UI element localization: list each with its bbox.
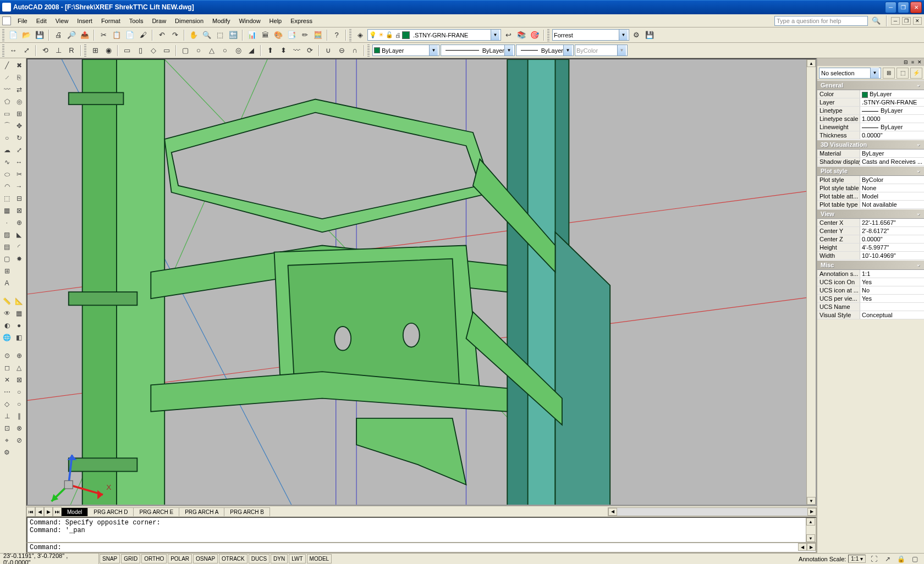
- prop-value-shadow[interactable]: Casts and Receives ...: [860, 158, 924, 165]
- snap-tangent-icon[interactable]: ○: [13, 398, 25, 410]
- solid-cylinder-icon[interactable]: ○: [193, 45, 205, 57]
- polyline-icon[interactable]: 〰: [1, 84, 13, 95]
- intersect-icon[interactable]: ∩: [349, 45, 361, 57]
- section-plot-style[interactable]: Plot style⌄: [817, 166, 924, 176]
- copy-object-icon[interactable]: ⎘: [13, 71, 25, 83]
- prop-value-linetype[interactable]: ByLayer: [860, 107, 924, 114]
- ellipse-arc-icon[interactable]: ◠: [1, 180, 13, 192]
- menu-express[interactable]: Express: [286, 16, 317, 26]
- properties-icon[interactable]: 📊: [246, 29, 258, 41]
- dropdown-arrow-icon[interactable]: ▼: [619, 30, 628, 40]
- dim-style-icon[interactable]: 📐: [13, 295, 25, 307]
- snap-toggle[interactable]: SNAP: [100, 554, 120, 563]
- dim-aligned-icon[interactable]: ⤢: [20, 45, 32, 57]
- 3dorbit-icon[interactable]: ◉: [102, 45, 114, 57]
- tool-palettes-icon[interactable]: 🎨: [272, 29, 284, 41]
- prop-value-ltscale[interactable]: 1.0000: [860, 115, 924, 123]
- snap-perpendicular-icon[interactable]: ⊥: [1, 410, 13, 422]
- color-dropdown[interactable]: ByLayer ▼: [372, 45, 439, 56]
- zoom-realtime-icon[interactable]: 🔍: [201, 29, 213, 41]
- dim-ordinate-icon[interactable]: ⊥: [52, 45, 64, 57]
- layer-props-icon[interactable]: ◈: [354, 29, 366, 41]
- selection-dropdown[interactable]: No selection ▼: [819, 68, 881, 79]
- menu-modify[interactable]: Modify: [208, 16, 234, 26]
- snap-nearest-icon[interactable]: ⌖: [1, 434, 13, 446]
- render-crop-icon[interactable]: ◧: [13, 331, 25, 343]
- tab-prev-button[interactable]: ◀: [35, 507, 44, 517]
- layout-tab[interactable]: PRG ARCH A: [179, 507, 224, 516]
- horizontal-scrollbar[interactable]: ◀ ▶: [608, 507, 817, 516]
- hide-icon[interactable]: ◐: [1, 319, 13, 331]
- zoom-window-icon[interactable]: ⬚: [214, 29, 226, 41]
- construction-line-icon[interactable]: ⟋: [1, 71, 13, 83]
- toolbar-grip[interactable]: [84, 45, 86, 57]
- solid-wedge-icon[interactable]: ◢: [245, 45, 257, 57]
- zoom-previous-icon[interactable]: 🔙: [227, 29, 239, 41]
- menu-edit[interactable]: Edit: [32, 16, 51, 26]
- dim-arc-icon[interactable]: ⟲: [39, 45, 51, 57]
- prop-value-material[interactable]: ByLayer: [860, 150, 924, 157]
- visual-style-manager-icon[interactable]: ⚙: [630, 29, 642, 41]
- dropdown-arrow-icon[interactable]: ▼: [617, 45, 626, 56]
- rotate-icon[interactable]: ↻: [13, 132, 25, 143]
- snap-insert-icon[interactable]: ⊡: [1, 422, 13, 434]
- open-icon[interactable]: 📂: [20, 29, 32, 41]
- redo-icon[interactable]: ↷: [169, 29, 181, 41]
- plot-icon[interactable]: 🖨: [52, 29, 64, 41]
- revolve-icon[interactable]: ⟳: [304, 45, 316, 57]
- prop-value-plottableatt[interactable]: Model: [860, 192, 924, 200]
- help-search-input[interactable]: [774, 16, 868, 26]
- prop-value-thickness[interactable]: 0.0000": [860, 131, 924, 139]
- calculator-icon[interactable]: 🧮: [312, 29, 324, 41]
- dim-radius-icon[interactable]: R: [65, 45, 78, 57]
- dropdown-arrow-icon[interactable]: ▼: [870, 68, 879, 78]
- presspull-icon[interactable]: ⬍: [277, 45, 289, 57]
- polygon-icon[interactable]: ⬠: [1, 96, 13, 107]
- erase-icon[interactable]: ✖: [13, 59, 25, 71]
- tab-last-button[interactable]: ⏭: [53, 507, 62, 517]
- dropdown-arrow-icon[interactable]: ▼: [491, 30, 499, 40]
- view-front-icon[interactable]: ▯: [134, 45, 146, 57]
- view-top-icon[interactable]: ▭: [121, 45, 133, 57]
- prop-value-height[interactable]: 4'-5.9977": [860, 244, 924, 251]
- prop-value-ucsperview[interactable]: Yes: [860, 295, 924, 302]
- prop-value-centerz[interactable]: 0.0000": [860, 235, 924, 243]
- make-block-icon[interactable]: ▦: [1, 204, 13, 216]
- arc-icon[interactable]: ⌒: [1, 120, 13, 131]
- dyn-toggle[interactable]: DYN: [271, 554, 288, 563]
- chamfer-icon[interactable]: ◣: [13, 229, 25, 240]
- menu-format[interactable]: Format: [97, 16, 125, 26]
- coordinates-display[interactable]: 23'-0.1191", 3'-0.7208" , 0'-0.0000": [0, 552, 99, 565]
- menu-tools[interactable]: Tools: [125, 16, 148, 26]
- minimize-button[interactable]: ─: [885, 2, 897, 13]
- ucs-icon[interactable]: ⊞: [89, 45, 101, 57]
- subtract-icon[interactable]: ⊖: [336, 45, 348, 57]
- insert-block-icon[interactable]: ⬚: [1, 192, 13, 204]
- wireframe-icon[interactable]: ▦: [13, 307, 25, 319]
- prop-value-centery[interactable]: 2'-8.6172": [860, 227, 924, 235]
- mdi-minimize-button[interactable]: ─: [891, 17, 900, 25]
- prop-value-visualstyle[interactable]: Conceptual: [860, 311, 924, 319]
- scroll-up-icon[interactable]: ▲: [807, 59, 816, 67]
- undo-icon[interactable]: ↶: [156, 29, 168, 41]
- fillet-icon[interactable]: ◜: [13, 241, 25, 252]
- snap-endpoint-icon[interactable]: ◻: [1, 362, 13, 373]
- revcloud-icon[interactable]: ☁: [1, 144, 13, 156]
- offset-icon[interactable]: ◎: [13, 96, 25, 107]
- prop-value-ucsicon[interactable]: Yes: [860, 278, 924, 286]
- prop-value-lineweight[interactable]: ByLayer: [860, 123, 924, 131]
- polar-toggle[interactable]: POLAR: [168, 554, 192, 563]
- section-general[interactable]: General⌄: [817, 80, 924, 90]
- scroll-left-icon[interactable]: ◀: [608, 508, 617, 516]
- prop-value-plotstyle[interactable]: ByColor: [860, 176, 924, 184]
- tab-first-button[interactable]: ⏮: [26, 507, 35, 517]
- toolbar-grip[interactable]: [547, 29, 549, 41]
- menu-help[interactable]: Help: [265, 16, 287, 26]
- layout-tab-model[interactable]: Model: [62, 507, 88, 516]
- section-3d-viz[interactable]: 3D Visualization⌄: [817, 140, 924, 150]
- layer-previous-icon[interactable]: ↩: [502, 29, 514, 41]
- dim-linear-icon[interactable]: ↔: [7, 45, 19, 57]
- scroll-down-icon[interactable]: ▼: [806, 534, 815, 542]
- restore-button[interactable]: ❐: [898, 2, 909, 13]
- shade-icon[interactable]: ●: [13, 319, 25, 331]
